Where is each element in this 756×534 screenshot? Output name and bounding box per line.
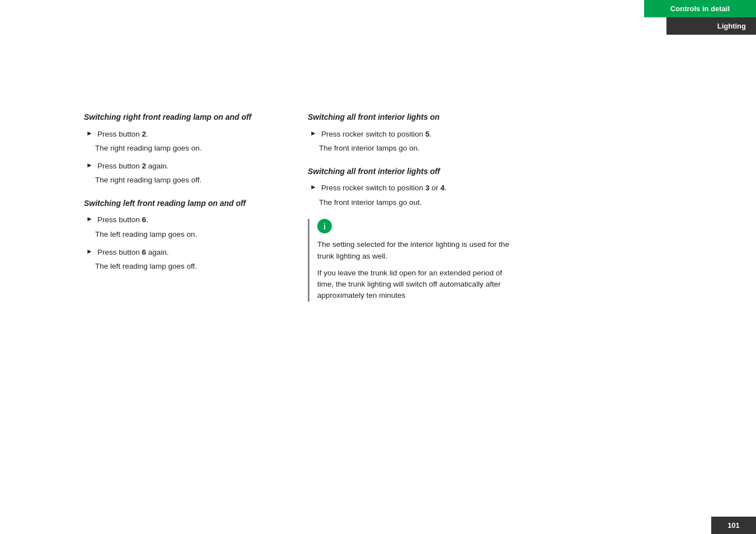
bullet-action-text: Press button 2.	[97, 129, 148, 140]
section-right-front-lamp-title: Switching right front reading lamp on an…	[84, 112, 274, 123]
info-icon-label: i	[323, 222, 326, 231]
page-number: 101	[711, 517, 756, 534]
bullet-arrow-icon: ►	[310, 183, 317, 191]
tab-controls-label: Controls in detail	[670, 4, 730, 13]
section-all-lights-off-title: Switching all front interior lights off	[308, 166, 520, 177]
bullet-arrow-icon: ►	[86, 161, 93, 169]
info-text-1: The setting selected for the interior li…	[317, 239, 520, 262]
sub-text: The front interior lamps go out.	[308, 197, 520, 208]
sub-text: The right reading lamp goes on.	[84, 143, 274, 154]
bullet-action-text: Press rocker switch to position 3 or 4.	[321, 182, 447, 194]
bullet-action-text: Press button 6.	[97, 214, 148, 226]
sub-text: The right reading lamp goes off.	[84, 175, 274, 186]
bullet-action-text: Press rocker switch to position 5.	[321, 129, 431, 140]
sub-text: The left reading lamp goes off.	[84, 261, 274, 272]
info-text-2: If you leave the trunk lid open for an e…	[317, 268, 520, 302]
bullet-action-text: Press button 2 again.	[97, 161, 169, 172]
left-column: Switching right front reading lamp on an…	[84, 112, 274, 307]
tab-lighting: Lighting	[666, 17, 756, 35]
bullet-item: ► Press button 2.	[84, 129, 274, 140]
bullet-item: ► Press rocker switch to position 5.	[308, 129, 520, 140]
bullet-item: ► Press button 6.	[84, 214, 274, 226]
section-all-lights-on: Switching all front interior lights on ►…	[308, 112, 520, 154]
right-column: Switching all front interior lights on ►…	[308, 112, 520, 307]
header-tabs: Controls in detail Lighting	[644, 0, 756, 35]
bullet-arrow-icon: ►	[86, 247, 93, 255]
bullet-action-text: Press button 6 again.	[97, 247, 169, 258]
tab-controls-in-detail: Controls in detail	[644, 0, 756, 17]
section-left-front-lamp: Switching left front reading lamp on and…	[84, 198, 274, 272]
sub-text: The left reading lamp goes on.	[84, 229, 274, 240]
info-box: i The setting selected for the interior …	[308, 219, 520, 301]
main-content: Switching right front reading lamp on an…	[84, 112, 644, 307]
section-right-front-lamp: Switching right front reading lamp on an…	[84, 112, 274, 186]
bullet-item: ► Press rocker switch to position 3 or 4…	[308, 182, 520, 194]
tab-lighting-label: Lighting	[717, 22, 746, 30]
bullet-item: ► Press button 6 again.	[84, 247, 274, 258]
sub-text: The front interior lamps go on.	[308, 143, 520, 154]
bullet-arrow-icon: ►	[86, 215, 93, 223]
page-number-label: 101	[727, 521, 740, 530]
section-all-lights-on-title: Switching all front interior lights on	[308, 112, 520, 123]
info-icon: i	[317, 219, 332, 233]
section-left-front-lamp-title: Switching left front reading lamp on and…	[84, 198, 274, 209]
section-all-lights-off: Switching all front interior lights off …	[308, 166, 520, 208]
bullet-arrow-icon: ►	[310, 129, 317, 137]
bullet-item: ► Press button 2 again.	[84, 161, 274, 172]
bullet-arrow-icon: ►	[86, 129, 93, 137]
